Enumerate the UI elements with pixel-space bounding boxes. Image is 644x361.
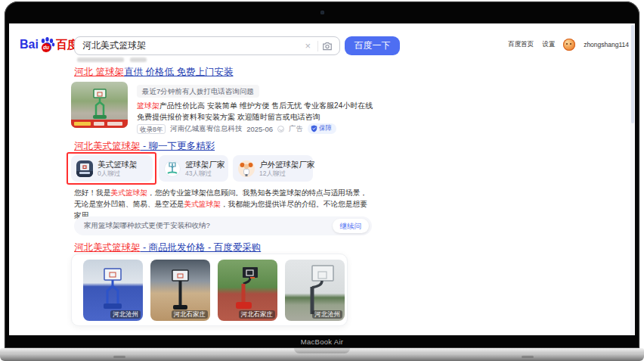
laptop-foot: [113, 356, 125, 358]
hoop-stand-illustration-icon: [164, 160, 181, 177]
product-location-tag: 河北石家庄: [239, 310, 276, 319]
chat-card-label: 户外篮球架厂家: [259, 160, 315, 170]
result-ad-title-rest: 直供 价格低 免费上门安装: [124, 67, 233, 77]
result-ad-thumbnail[interactable]: [71, 82, 128, 128]
result-ad-description: 篮球架产品性价比高 安装简单 维护方便 售后无忧 专业客服24小时在线 免费提供…: [137, 101, 377, 123]
nav-baidu-home-link[interactable]: 百度首页: [508, 40, 534, 49]
result-ad-desc-rest: 产品性价比高 安装简单 维护方便 售后无忧 专业客服24小时在线 免费提供报价资…: [137, 101, 373, 121]
followup-question-bar[interactable]: 家用篮球架哪种款式更便于安装和收纳? 继续问: [74, 216, 372, 235]
ask-more-button[interactable]: 继续问: [333, 219, 370, 233]
basketball-hoop-photo-icon: [76, 160, 93, 177]
search-submit-button[interactable]: 百度一下: [345, 36, 400, 55]
chat-card-american-hoop[interactable]: 美式篮球架 0人聊过: [71, 155, 153, 182]
product-location-tag: 河北沧州: [110, 310, 141, 319]
product-image[interactable]: 河北石家庄: [218, 260, 277, 321]
player-with-basketballs-icon: [238, 160, 255, 177]
call-activity-badge: 最近7分钟前有人拨打电话咨询问题: [137, 85, 259, 98]
nav-settings-link[interactable]: 设置: [542, 40, 555, 49]
browser-viewport: Bai du 百度 河北美式篮球架 ×: [9, 23, 635, 335]
search-box[interactable]: 河北美式篮球架 ×: [74, 36, 340, 55]
followup-question-text: 家用篮球架哪种款式更便于安装和收纳?: [84, 221, 333, 231]
result-options-icon[interactable]: [277, 126, 284, 132]
chat-card-hoop-manufacturer[interactable]: 篮球架厂家 43人聊过: [159, 155, 228, 182]
laptop-foot: [522, 356, 534, 358]
result-shop-title-rest: - 商品批发价格 - 百度爱采购: [141, 242, 262, 253]
result-ad-meta: 收录8年 河南亿城嘉宥信息科技 2025-06 广告 保障: [137, 123, 336, 134]
shop-products-card: 河北沧州 河北石家庄: [71, 254, 348, 326]
laptop-base-bottom: [0, 353, 644, 361]
result-chat-title-rest: - 聊一下更多精彩: [141, 141, 215, 151]
search-divider: [317, 41, 318, 51]
result-shop-title[interactable]: 河北美式篮球架 - 商品批发价格 - 百度爱采购: [74, 241, 261, 254]
baidu-logo-bai: Bai: [20, 38, 39, 51]
chat-card-label: 篮球架厂家: [185, 160, 225, 170]
scrollbar-thumb[interactable]: [631, 25, 634, 123]
product-image[interactable]: 河北沧州: [83, 260, 143, 321]
result-chat-title[interactable]: 河北美式篮球架 - 聊一下更多精彩: [74, 140, 215, 153]
answer-highlight: 美式篮球架: [111, 188, 148, 197]
device-model-label: MacBook Air: [5, 338, 639, 346]
camera-search-icon[interactable]: [322, 42, 339, 51]
guarantee-badge[interactable]: 保障: [308, 123, 336, 134]
laptop-screen-bezel: Bai du 百度 河北美式篮球架 ×: [5, 2, 639, 348]
scrollbar[interactable]: [630, 23, 635, 335]
macbook-mockup: Bai du 百度 河北美式篮球架 ×: [0, 0, 644, 361]
search-input[interactable]: 河北美式篮球架: [75, 39, 302, 52]
answer-highlight: 美式篮球架: [184, 200, 221, 208]
product-location-tag: 河北沧州: [312, 310, 342, 319]
site-name[interactable]: 河南亿城嘉宥信息科技: [170, 124, 242, 134]
blurred-text: [130, 58, 147, 62]
guarantee-label: 保障: [319, 124, 332, 133]
result-ad-title-highlight: 河北 篮球架: [74, 67, 124, 77]
product-image[interactable]: 河北沧州: [285, 260, 345, 321]
product-image[interactable]: 河北石家庄: [150, 260, 210, 321]
blurred-text: [77, 58, 124, 62]
laptop-lid-notch: [294, 348, 350, 353]
thumbnail-banner: [71, 120, 128, 128]
chat-card-outdoor-manufacturer[interactable]: 户外篮球架厂家 12人聊过: [233, 155, 313, 182]
top-nav: 百度首页 设置 zhongshang114: [508, 39, 629, 51]
username-label[interactable]: zhongshang114: [584, 41, 629, 48]
ad-label: 广告: [289, 124, 303, 134]
webcam-icon: [320, 11, 324, 14]
chat-card-count: 0人聊过: [98, 170, 138, 178]
baidu-paw-icon: du: [39, 36, 55, 53]
product-location-tag: 河北石家庄: [172, 310, 209, 319]
indexed-age-badge: 收录8年: [137, 124, 166, 134]
chat-card-count: 12人聊过: [259, 170, 315, 178]
chat-card-label: 美式篮球架: [98, 160, 138, 170]
result-date: 2025-06: [246, 125, 273, 133]
result-chat-title-highlight: 河北美式篮球架: [74, 141, 141, 151]
answer-segment: 您好！我是: [74, 188, 111, 197]
result-shop-title-highlight: 河北美式篮球架: [74, 242, 141, 253]
user-avatar[interactable]: [563, 39, 575, 51]
result-ad-desc-highlight: 篮球架: [137, 101, 159, 110]
baidu-logo-du: du: [42, 43, 51, 52]
clear-search-icon[interactable]: ×: [302, 41, 314, 51]
shield-check-icon: [311, 125, 317, 132]
baidu-logo[interactable]: Bai du 百度: [20, 36, 79, 54]
chat-card-count: 43人聊过: [185, 170, 225, 178]
result-ad-title[interactable]: 河北 篮球架直供 价格低 免费上门安装: [74, 66, 233, 79]
